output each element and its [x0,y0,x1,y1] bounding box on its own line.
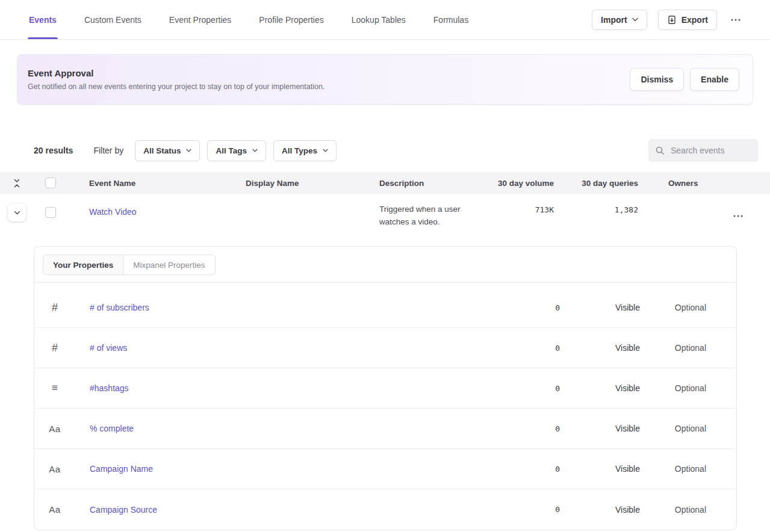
property-visibility: Visible [560,505,640,515]
list-icon: ≡ [46,382,63,394]
property-name-link[interactable]: #hashtags [90,383,129,393]
status-filter-label: All Status [143,146,181,155]
property-row[interactable]: Aa Campaign Name 0 Visible Optional [34,449,736,489]
property-name-link[interactable]: Campaign Name [90,464,153,474]
property-row[interactable]: Aa % complete 0 Visible Optional [34,409,736,449]
property-requirement: Optional [640,464,706,474]
tab-custom-events[interactable]: Custom Events [84,0,141,39]
chevron-down-icon [186,149,191,152]
column-header-30-day-queries: 30 day queries [554,179,638,188]
property-row[interactable]: Aa Campaign Source 0 Visible Optional [34,489,736,530]
property-row[interactable]: # # of views 0 Visible Optional [34,328,736,368]
more-icon [730,14,741,25]
tab-event-properties[interactable]: Event Properties [169,0,232,39]
column-header-event-name: Event Name [67,179,246,188]
tab-events[interactable]: Events [29,0,57,39]
export-button[interactable]: Export [658,10,717,30]
property-row[interactable]: ≡ #hashtags 0 Visible Optional [34,368,736,409]
property-requirement: Optional [640,505,706,515]
number-icon: # [46,342,63,354]
search-input[interactable] [669,145,751,156]
tags-filter-label: All Tags [216,146,247,155]
types-filter-dropdown[interactable]: All Types [273,140,337,161]
property-list: # # of subscribers 0 Visible Optional # … [34,283,736,530]
text-icon: Aa [46,424,63,434]
collapse-all-icon[interactable] [13,179,21,188]
tab-your-properties[interactable]: Your Properties [43,255,123,275]
row-more-button[interactable] [730,208,746,224]
import-button-label: Import [601,15,627,25]
row-checkbox[interactable] [45,207,56,218]
chevron-down-icon [14,211,20,215]
search-events-box[interactable] [648,139,758,162]
filter-by-label: Filter by [93,146,123,155]
banner-subtitle: Get notified on all new events entering … [28,82,324,91]
export-icon [667,15,677,25]
event-30-day-volume: 713K [535,205,554,214]
number-icon: # [46,302,63,314]
properties-panel: Your Properties Mixpanel Properties # # … [34,246,737,530]
table-header-row: Event Name Display Name Description 30 d… [0,172,770,194]
text-icon: Aa [46,504,63,515]
event-approval-banner: Event Approval Get notified on all new e… [17,54,753,105]
property-row[interactable]: # # of subscribers 0 Visible Optional [34,288,736,328]
property-visibility: Visible [560,383,640,393]
tab-lookup-tables[interactable]: Lookup Tables [352,0,406,39]
property-visibility: Visible [560,343,640,353]
property-name-link[interactable]: # of subscribers [90,303,149,312]
column-header-30-day-volume: 30 day volume [482,179,554,188]
property-name-link[interactable]: # of views [90,343,127,353]
column-header-description: Description [379,179,482,188]
chevron-down-icon [323,149,328,152]
property-visibility: Visible [560,464,640,474]
properties-panel-tabs: Your Properties Mixpanel Properties [34,247,736,283]
nav-more-button[interactable] [728,12,744,28]
filter-bar: 20 results Filter by All Status All Tags… [0,139,770,162]
more-icon [733,211,744,221]
chevron-down-icon [632,17,638,22]
row-expander-button[interactable] [8,203,26,221]
banner-text: Event Approval Get notified on all new e… [28,68,324,91]
column-header-owners: Owners [638,179,728,188]
import-button[interactable]: Import [592,10,647,30]
results-count: 20 results [34,146,73,155]
event-name-link[interactable]: Watch Video [89,207,137,217]
text-icon: Aa [46,464,63,474]
export-button-label: Export [682,15,708,25]
nav-tabs: Events Custom Events Event Properties Pr… [29,0,468,39]
property-count: 0 [512,424,560,433]
status-filter-dropdown[interactable]: All Status [135,140,200,161]
table-row: Watch Video Triggered when a user watche… [0,194,770,235]
property-name-link[interactable]: Campaign Source [90,505,157,515]
tab-formulas[interactable]: Formulas [433,0,468,39]
dismiss-button[interactable]: Dismiss [630,68,684,91]
banner-title: Event Approval [28,68,324,78]
tab-mixpanel-properties[interactable]: Mixpanel Properties [123,255,215,275]
tags-filter-dropdown[interactable]: All Tags [207,140,266,161]
property-requirement: Optional [640,383,706,393]
property-count: 0 [512,465,560,474]
column-header-display-name: Display Name [246,179,379,188]
property-name-link[interactable]: % complete [90,424,134,433]
search-icon [655,146,665,155]
tab-profile-properties[interactable]: Profile Properties [259,0,323,39]
property-requirement: Optional [640,303,706,312]
select-all-checkbox[interactable] [45,178,56,188]
property-visibility: Visible [560,303,640,312]
types-filter-label: All Types [282,146,317,155]
event-description: Triggered when a user watches a video. [379,203,482,229]
property-requirement: Optional [640,424,706,433]
property-count: 0 [512,384,560,393]
property-count: 0 [512,505,560,514]
property-count: 0 [512,303,560,312]
property-visibility: Visible [560,424,640,433]
enable-button[interactable]: Enable [690,68,739,91]
property-count: 0 [512,344,560,353]
event-30-day-queries: 1,382 [615,205,638,214]
top-navigation: Events Custom Events Event Properties Pr… [0,0,770,40]
property-requirement: Optional [640,343,706,353]
chevron-down-icon [252,149,258,152]
